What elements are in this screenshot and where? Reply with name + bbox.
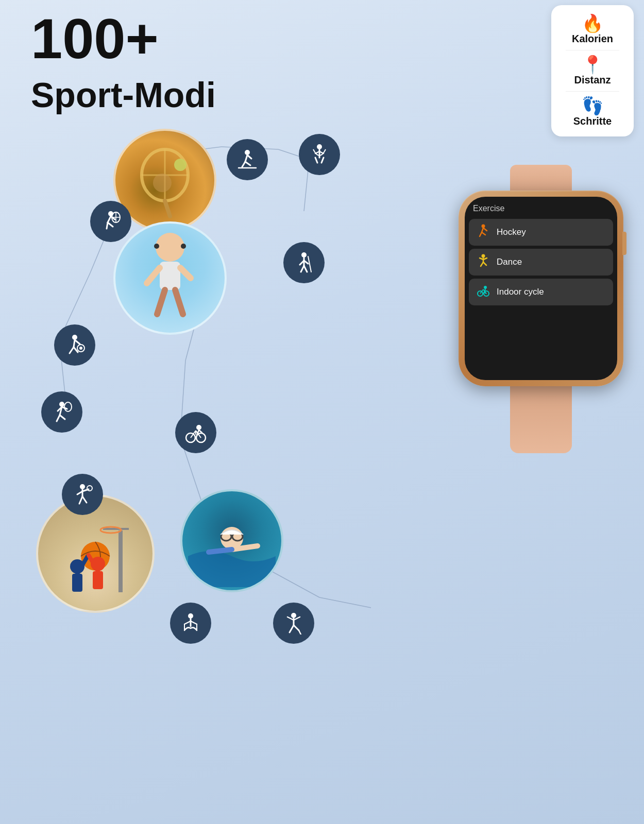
svg-line-114 (482, 228, 483, 233)
sport-icon-soccer (54, 324, 95, 366)
svg-line-73 (70, 347, 74, 353)
watch-container: Exercise Hockey (453, 191, 629, 386)
dance-icon (476, 254, 490, 270)
divider-1 (566, 50, 619, 50)
svg-line-110 (290, 625, 294, 632)
svg-line-57 (108, 216, 111, 222)
sport-icon-basketball-player (62, 474, 103, 515)
info-item-distanz: 📍 Distanz (574, 56, 611, 86)
svg-line-22 (147, 268, 160, 283)
svg-line-60 (108, 222, 113, 227)
watch-exercise-indoor-cycle: Indoor cycle (469, 279, 613, 305)
svg-line-90 (82, 496, 87, 503)
svg-point-44 (245, 150, 250, 155)
svg-line-116 (482, 232, 485, 235)
svg-line-81 (60, 415, 65, 419)
svg-rect-33 (72, 574, 82, 592)
hockey-icon (476, 224, 490, 241)
svg-line-72 (74, 340, 75, 347)
svg-rect-29 (103, 528, 129, 530)
watch-outer: Exercise Hockey (459, 191, 623, 386)
svg-point-77 (79, 347, 82, 350)
sport-icon-meditation (170, 603, 211, 644)
svg-line-102 (184, 621, 191, 624)
svg-line-55 (321, 158, 324, 163)
divider-2 (566, 91, 619, 92)
schritte-label: Schritte (573, 115, 612, 127)
svg-rect-21 (160, 262, 180, 290)
svg-line-23 (180, 268, 191, 278)
svg-line-103 (191, 621, 197, 624)
svg-line-89 (79, 496, 82, 504)
svg-line-24 (157, 290, 165, 314)
svg-line-122 (481, 262, 483, 266)
sport-icon-cycling (175, 412, 216, 453)
svg-point-27 (181, 244, 186, 249)
svg-line-46 (242, 162, 245, 167)
svg-line-75 (75, 340, 80, 344)
svg-line-69 (304, 266, 307, 272)
svg-line-80 (57, 415, 60, 421)
svg-point-97 (196, 425, 201, 430)
svg-rect-35 (93, 571, 103, 589)
svg-line-45 (245, 155, 247, 162)
svg-point-84 (64, 402, 72, 411)
info-item-schritte: 👣 Schritte (573, 97, 612, 127)
kalorien-label: Kalorien (572, 33, 613, 45)
watch-exercise-hockey: Hockey (469, 219, 613, 246)
svg-line-48 (247, 155, 251, 159)
sport-icon-running (227, 139, 268, 180)
runner-photo-circle (113, 221, 227, 335)
swimming-photo-circle (180, 489, 283, 592)
svg-line-123 (483, 262, 486, 265)
main-number: 100+ (31, 10, 159, 67)
info-card: 🔥 Kalorien 📍 Distanz 👣 Schritte (551, 5, 634, 136)
svg-line-99 (199, 430, 202, 433)
svg-point-19 (153, 174, 172, 192)
sport-icon-hiking (283, 242, 325, 283)
svg-line-54 (315, 158, 317, 163)
sport-icon-tennis (41, 391, 82, 433)
watch-screen: Exercise Hockey (465, 197, 617, 380)
svg-line-25 (175, 290, 183, 314)
svg-line-112 (299, 630, 301, 634)
svg-line-111 (294, 625, 299, 630)
watch-band-bottom (510, 376, 572, 453)
dance-label: Dance (497, 257, 522, 267)
hockey-label: Hockey (497, 227, 526, 237)
indoor-cycle-icon (476, 284, 490, 300)
distanz-label: Distanz (574, 74, 611, 86)
watch-side-button (622, 232, 626, 255)
svg-line-68 (301, 266, 304, 272)
info-item-kalorien: 🔥 Kalorien (572, 14, 613, 45)
watch-screen-header: Exercise (465, 197, 617, 217)
sport-icon-badminton (90, 201, 131, 242)
svg-point-20 (156, 233, 184, 262)
svg-point-91 (87, 486, 92, 491)
svg-line-43 (209, 550, 232, 552)
svg-point-18 (174, 159, 187, 171)
watch-exercise-dance: Dance (469, 249, 613, 276)
basketball-photo-circle (36, 494, 155, 613)
sport-icon-ballet (273, 603, 314, 644)
svg-line-17 (165, 201, 170, 216)
svg-line-47 (245, 162, 250, 165)
fire-icon: 🔥 (582, 14, 603, 32)
watch-body: Exercise Hockey (459, 191, 623, 386)
indoor-cycle-label: Indoor cycle (497, 287, 544, 297)
svg-point-71 (72, 335, 77, 340)
svg-line-42 (232, 546, 258, 550)
svg-line-117 (483, 228, 487, 231)
svg-line-13 (319, 597, 371, 608)
svg-point-26 (154, 244, 159, 249)
svg-rect-28 (118, 530, 123, 592)
sport-icon-jumprope (299, 134, 340, 175)
location-icon: 📍 (582, 56, 603, 73)
footsteps-icon: 👣 (582, 97, 603, 114)
svg-line-115 (480, 232, 482, 236)
svg-line-59 (107, 222, 108, 229)
main-subtitle: Sport-Modi (31, 75, 216, 115)
